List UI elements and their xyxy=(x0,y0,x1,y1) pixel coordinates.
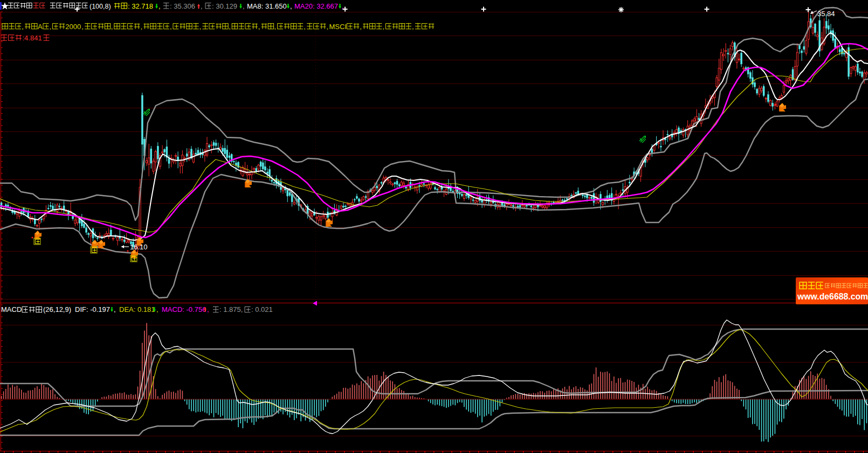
svg-text:,: , xyxy=(304,23,306,31)
svg-text:: 30.129: : 30.129 xyxy=(212,2,237,10)
svg-text:,: , xyxy=(114,305,116,313)
svg-text:DIF: -0.197: DIF: -0.197 xyxy=(75,305,110,313)
svg-text:MA8: 31.650: MA8: 31.650 xyxy=(247,2,287,10)
svg-text:,: , xyxy=(258,23,260,31)
svg-text:,: , xyxy=(22,23,24,31)
svg-text:,: , xyxy=(326,23,328,31)
svg-text:,: , xyxy=(382,23,384,31)
svg-text:: 35.306: : 35.306 xyxy=(170,2,195,10)
svg-text:,: , xyxy=(81,23,84,31)
svg-text:,: , xyxy=(412,23,414,31)
svg-text:MACD: MACD xyxy=(1,305,22,313)
svg-text:: 32.718: : 32.718 xyxy=(128,2,153,10)
svg-text:(26,12,9): (26,12,9) xyxy=(43,305,71,313)
svg-text:35.84: 35.84 xyxy=(817,10,835,18)
svg-text:,: , xyxy=(199,23,202,31)
svg-text:,: , xyxy=(159,2,161,10)
svg-text:: 1.875,: : 1.875, xyxy=(219,305,243,313)
svg-text:MACD: -0.756: MACD: -0.756 xyxy=(162,305,206,313)
svg-text:,: , xyxy=(274,23,277,31)
svg-text:DEA: 0.181: DEA: 0.181 xyxy=(119,305,155,313)
svg-text:,: , xyxy=(170,23,172,31)
svg-text:2000: 2000 xyxy=(65,23,81,31)
svg-text:,: , xyxy=(111,23,113,31)
svg-text:,: , xyxy=(201,2,203,10)
svg-text:,: , xyxy=(156,305,159,313)
svg-text:A: A xyxy=(38,23,43,31)
svg-text:www.de6688.com: www.de6688.com xyxy=(797,292,868,301)
svg-text:,: , xyxy=(360,23,362,31)
svg-text:: 0.021: : 0.021 xyxy=(251,305,273,313)
svg-text::4.841: :4.841 xyxy=(23,34,42,42)
svg-text:(100,8): (100,8) xyxy=(89,3,111,10)
svg-text:MA20: 32.667: MA20: 32.667 xyxy=(294,2,338,10)
svg-text:,: , xyxy=(290,2,292,10)
svg-text:MSCI: MSCI xyxy=(329,23,347,31)
svg-text:,: , xyxy=(49,23,51,31)
svg-text:,: , xyxy=(140,23,142,31)
svg-text:,: , xyxy=(229,23,231,31)
svg-text:,: , xyxy=(243,2,245,10)
svg-text:16.10: 16.10 xyxy=(130,243,148,251)
svg-text:,: , xyxy=(207,305,209,313)
